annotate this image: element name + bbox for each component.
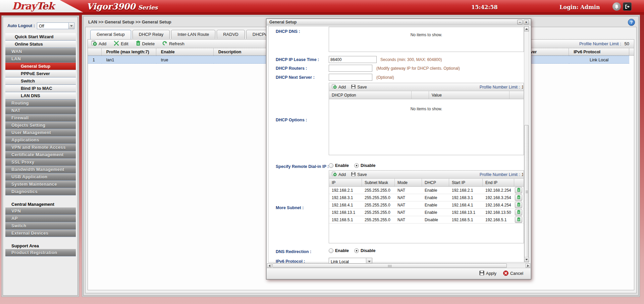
auto-logout-row: Auto Logout : Off [7,22,74,29]
subnet-row-1[interactable]: 192.168.3.1255.255.255.0NATEnable192.168… [329,194,524,201]
sidebar-item-lan[interactable]: LAN [5,55,76,63]
bell-icon[interactable] [612,2,621,11]
scroll-up-icon[interactable] [524,26,529,32]
sidebar-item-general-setup[interactable]: General Setup [5,63,76,70]
auto-logout-dropdown-icon[interactable] [68,23,74,29]
subnet-row-0[interactable]: 192.168.2.1255.255.255.0NATEnable192.168… [329,187,524,194]
subnet-column-dhcp: DHCP [422,179,449,186]
sidebar-item-usb-application[interactable]: USB Application [5,173,76,181]
tab-inter-lan-route[interactable]: Inter-LAN Route [171,30,215,39]
tab-general-setup[interactable]: General Setup [90,30,131,39]
sidebar-item-routing[interactable]: Routing [5,100,76,107]
auto-logout-select[interactable]: Off [37,22,74,29]
dhcp-routers-input[interactable] [329,65,372,72]
lease-time-input[interactable] [329,56,377,63]
sidebar-item-online-status[interactable]: Online Status [5,41,76,48]
subnet-save-button[interactable]: Save [351,172,367,177]
delete-button[interactable]: Delete [136,41,155,47]
dialog-horizontal-scrollbar[interactable] [267,263,530,268]
sidebar-item-external-devices[interactable]: External Devices [5,230,76,237]
row-cell-0: 1 [88,56,102,64]
dialin-disable-radio[interactable] [354,163,359,168]
dialin-enable-radio[interactable] [329,163,333,168]
clock: 15:42:58 [471,4,498,10]
scroll-right-icon[interactable] [526,263,530,268]
column-header-description: Description [214,48,274,55]
subnet-cell-end-ip: 192.168.2.254 [483,188,514,193]
sidebar-item-bind-ip-to-mac[interactable]: Bind IP to MAC [5,85,76,92]
more-subnet-panel: Add Save Profile Number Limit : 1 IPSubn… [329,170,524,243]
sidebar-item-vpn-and-remote-access[interactable]: VPN and Remote Access [5,144,76,151]
sidebar-item-switch[interactable]: Switch [5,222,76,230]
add-button[interactable]: Add [91,41,106,47]
close-icon[interactable]: × [524,20,529,24]
subnet-delete-button[interactable] [515,209,522,216]
sidebar-item-applications[interactable]: Applications [5,136,76,144]
sidebar-item-certificate-management[interactable]: Certificate Management [5,151,76,159]
row-cell-1: lan1 [102,56,156,64]
subnet-cell-subnet-mask: 255.255.255.0 [362,210,395,215]
column-header-6 [629,48,634,55]
logout-icon[interactable] [623,2,632,11]
refresh-button[interactable]: Refresh [162,41,184,47]
dialog-titlebar[interactable]: General Setup – × [267,19,531,25]
subnet-cell-subnet-mask: 255.255.255.0 [362,188,395,193]
horizontal-scroll-thumb[interactable] [272,263,507,268]
subnet-cell-ip: 192.168.4.1 [329,203,362,207]
tab-dhcp-relay[interactable]: DHCP Relay [132,30,170,39]
dns-redirect-enable-radio[interactable] [329,248,333,253]
sidebar-item-user-management[interactable]: User Management [5,129,76,136]
sidebar-item-product-registration[interactable]: Product Registration [5,249,76,256]
cancel-button[interactable]: Cancel [503,270,523,277]
sidebar-item-objects-setting[interactable]: Objects Setting [5,122,76,129]
options-column-dhcp-option: DHCP Option [329,91,412,99]
sidebar-item-lan-dns[interactable]: LAN DNS [5,92,76,100]
subnet-delete-button[interactable] [515,202,522,208]
row-cell-6 [629,56,634,64]
edit-button[interactable]: Edit [114,41,128,47]
sidebar-item-system-maintenance[interactable]: System Maintenance [5,181,76,188]
subnet-row-4[interactable]: 192.168.5.1255.255.255.0NATDisable192.16… [329,216,524,224]
options-profile-limit: Profile Number Limit : 1 [480,85,523,89]
scroll-left-icon[interactable] [267,263,272,268]
sidebar-item-diagnostics[interactable]: Diagnostics [5,188,76,195]
subnet-delete-button[interactable] [515,194,522,201]
options-add-button[interactable]: Add [332,84,346,90]
dhcp-dns-empty: No items to show. [329,33,524,37]
sidebar-item-nat[interactable]: NAT [5,107,76,114]
next-server-input[interactable] [329,74,372,81]
subnet-delete-button[interactable] [515,217,522,223]
sidebar-item-pppoe-server[interactable]: PPPoE Server [5,70,76,77]
sidebar-item-quick-start-wizard[interactable]: Quick Start Wizard [5,33,76,41]
scroll-down-icon[interactable] [524,257,529,262]
dns-redirect-disable-radio[interactable] [354,248,359,253]
sidebar-item-ap[interactable]: AP [5,215,76,222]
subnet-column-ip: IP [329,179,362,186]
column-header-profile-max-length-7: Profile (max length:7) [102,48,156,55]
sidebar-item-ssl-proxy[interactable]: SSL Proxy [5,159,76,166]
subnet-delete-button[interactable] [515,187,522,193]
sidebar: Auto Logout : Off Quick Start WizardOnli… [3,17,78,296]
help-icon[interactable]: ? [628,19,635,26]
sidebar-item-firewall[interactable]: Firewall [5,114,76,122]
subnet-row-2[interactable]: 192.168.4.1255.255.255.0NATEnable192.168… [329,201,524,209]
sidebar-item-wan[interactable]: WAN [5,48,76,55]
dhcp-dns-listbox[interactable]: No items to show. [329,27,524,52]
vertical-scroll-thumb[interactable] [524,125,529,259]
subnet-row-3[interactable]: 192.168.13.1255.255.255.0NATEnable192.16… [329,209,524,216]
dhcp-options-toolbar: Add Save Profile Number Limit : 1 [329,83,524,91]
minimize-icon[interactable]: – [517,20,523,24]
sidebar-item-bandwidth-management[interactable]: Bandwidth Management [5,166,76,173]
sidebar-item-switch[interactable]: Switch [5,77,76,85]
sidebar-item-vpn[interactable]: VPN [5,207,76,215]
options-save-button[interactable]: Save [351,84,367,90]
subnet-add-button[interactable]: Add [332,172,346,177]
app-header: DrayTek Vigor3900Series 15:42:58 Login: … [0,0,644,15]
subnet-cell-end-ip: 192.168.4.254 [483,203,514,207]
tab-radvd[interactable]: RADVD [217,30,245,39]
dialog-vertical-scrollbar[interactable] [524,26,529,262]
dialog-form: DHCP DNS : No items to show. DHCP IP Lea… [268,26,529,262]
subnet-cell-end-ip: 192.168.13.50 [483,210,514,215]
save-icon [479,270,484,277]
apply-button[interactable]: Apply [479,270,496,277]
